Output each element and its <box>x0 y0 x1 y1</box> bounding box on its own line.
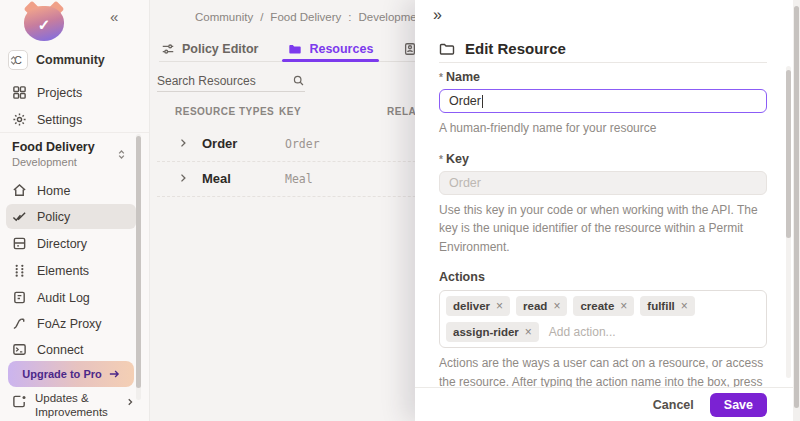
sidebar-scrollbar-thumb[interactable] <box>136 136 141 388</box>
sidebar-item-connect[interactable]: Connect <box>6 337 136 362</box>
app-window: ✓ « C Community Projects Settings Food D… <box>0 0 800 421</box>
sidebar-item-directory[interactable]: Directory <box>6 231 136 256</box>
chevron-updown-icon[interactable] <box>116 149 127 160</box>
sidebar-divider <box>0 132 149 133</box>
logo-check-glyph: ✓ <box>38 16 51 34</box>
folder-icon <box>439 41 455 57</box>
folder-icon <box>288 42 302 56</box>
org-selector[interactable]: C Community <box>8 48 136 72</box>
remove-tag-icon[interactable]: × <box>620 299 627 313</box>
drawer-scrollbar-thumb[interactable] <box>786 70 791 238</box>
remove-tag-icon[interactable]: × <box>553 299 560 313</box>
sidebar-item-home[interactable]: Home <box>6 178 136 203</box>
sidebar-item-label: Elements <box>37 264 89 278</box>
remove-tag-icon[interactable]: × <box>525 325 532 339</box>
org-name: Community <box>36 53 136 67</box>
dots-grid-icon <box>12 263 27 278</box>
chevron-right-icon <box>125 397 135 407</box>
updates-icon <box>12 394 27 409</box>
actions-tag-input[interactable]: deliver× read× create× fulfill× assign-r… <box>439 290 767 348</box>
double-check-icon <box>12 209 27 224</box>
project-environment: Development <box>12 156 132 168</box>
tab-resources[interactable]: Resources <box>286 36 375 61</box>
name-help-text: A human-friendly name for your resource <box>439 119 767 138</box>
action-chip-read: read× <box>516 296 567 316</box>
key-input: Order <box>439 171 767 195</box>
arrow-right-icon <box>108 368 120 380</box>
sidebar-scrollbar[interactable] <box>136 134 141 400</box>
sidebar-item-label: Home <box>37 184 70 198</box>
search-placeholder: Search Resources <box>157 74 292 88</box>
directory-icon <box>12 236 27 251</box>
breadcrumb-org[interactable]: Community <box>195 11 253 23</box>
cancel-button[interactable]: Cancel <box>653 398 694 412</box>
action-chip-fulfill: fulfill× <box>640 296 694 316</box>
sidebar-item-settings[interactable]: Settings <box>6 107 136 132</box>
resource-name: Meal <box>202 171 231 186</box>
drawer-title: Edit Resource <box>439 40 566 57</box>
drawer-divider <box>439 62 767 63</box>
chevron-updown-icon <box>8 55 19 66</box>
key-help-text: Use this key in your code or when workin… <box>439 201 767 257</box>
search-resources-input[interactable]: Search Resources <box>157 70 305 92</box>
sidebar-item-label: Projects <box>37 86 82 100</box>
drawer-title-text: Edit Resource <box>465 40 566 57</box>
sidebar-item-policy[interactable]: Policy <box>6 204 136 229</box>
sidebar-item-label: FoAz Proxy <box>37 317 102 331</box>
edit-resource-drawer: » Edit Resource * Name Order A human-fri… <box>415 0 793 421</box>
breadcrumb-separator: : <box>348 11 351 23</box>
action-chip-deliver: deliver× <box>446 296 510 316</box>
remove-tag-icon[interactable]: × <box>496 299 503 313</box>
proxy-arrow-icon <box>12 316 27 331</box>
breadcrumb-project[interactable]: Food Delivery <box>270 11 341 23</box>
sidebar-item-label: Audit Log <box>37 291 90 305</box>
sliders-icon <box>161 42 175 56</box>
page-scrollbar-thumb[interactable] <box>794 6 799 408</box>
action-chip-create: create× <box>573 296 634 316</box>
upgrade-label: Upgrade to Pro <box>22 368 101 380</box>
action-chip-assign-rider: assign-rider× <box>446 322 539 342</box>
drawer-footer: Cancel Save <box>415 387 793 421</box>
sidebar-item-updates[interactable]: Updates & Improvements <box>6 391 138 420</box>
text-cursor <box>482 95 483 108</box>
drawer-collapse-icon[interactable]: » <box>433 6 442 24</box>
sidebar-item-elements[interactable]: Elements <box>6 258 136 283</box>
required-asterisk: * <box>439 154 443 165</box>
column-header-key: KEY <box>279 106 301 117</box>
grid-icon <box>12 85 27 100</box>
home-icon <box>12 183 27 198</box>
chevron-right-icon[interactable] <box>177 137 189 149</box>
upgrade-to-pro-button[interactable]: Upgrade to Pro <box>8 361 134 387</box>
permit-logo-icon[interactable]: ✓ <box>24 6 64 41</box>
key-input-value: Order <box>449 176 481 190</box>
tab-policy-editor[interactable]: Policy Editor <box>159 36 260 61</box>
tab-label: Policy Editor <box>182 42 258 56</box>
chevron-right-icon[interactable] <box>177 172 189 184</box>
name-input-value: Order <box>449 94 481 108</box>
journal-icon <box>12 290 27 305</box>
sidebar-item-projects[interactable]: Projects <box>6 80 136 105</box>
resource-key: Order <box>285 137 320 151</box>
name-input[interactable]: Order <box>439 89 767 113</box>
search-icon <box>292 74 305 87</box>
sidebar: ✓ « C Community Projects Settings Food D… <box>0 0 150 421</box>
breadcrumb-separator: / <box>260 11 263 23</box>
remove-tag-icon[interactable]: × <box>681 299 688 313</box>
save-button[interactable]: Save <box>710 393 767 417</box>
sidebar-item-foaz-proxy[interactable]: FoAz Proxy <box>6 311 136 336</box>
resource-name: Order <box>202 136 237 151</box>
sidebar-item-label: Connect <box>37 343 84 357</box>
sidebar-collapse-icon[interactable]: « <box>110 8 118 25</box>
terminal-icon <box>12 342 27 357</box>
sidebar-item-label: Updates & Improvements <box>35 391 117 420</box>
sidebar-item-audit-log[interactable]: Audit Log <box>6 285 136 310</box>
tab-label: Resources <box>309 42 373 56</box>
add-action-placeholder: Add action... <box>549 325 616 339</box>
column-header-resource-types: RESOURCE TYPES <box>175 106 274 117</box>
drawer-scrollbar[interactable] <box>786 66 791 378</box>
project-name: Food Delivery <box>12 140 132 154</box>
page-scrollbar[interactable] <box>793 0 800 421</box>
project-selector[interactable]: Food Delivery Development <box>12 140 132 168</box>
required-asterisk: * <box>439 72 443 83</box>
actions-field-label: Actions <box>439 270 767 284</box>
